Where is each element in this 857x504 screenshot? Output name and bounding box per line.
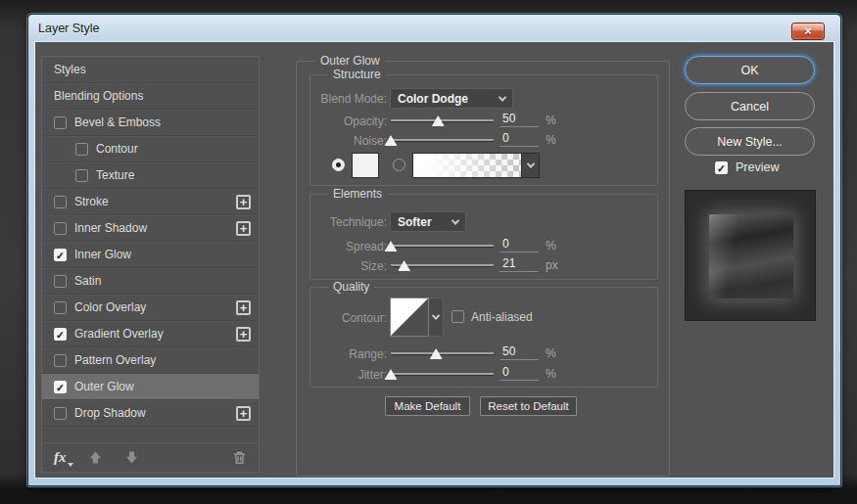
move-effect-up-button[interactable] xyxy=(88,450,103,465)
sidebar-item-pattern-overlay[interactable]: Pattern Overlay xyxy=(42,347,259,374)
outer-glow-panel: Outer Glow Structure Blend Mode: Color D… xyxy=(296,61,670,477)
sidebar-item-label: Contour xyxy=(96,142,138,156)
noise-slider[interactable] xyxy=(391,133,494,147)
styles-list: StylesBlending OptionsBevel & EmbossCont… xyxy=(42,57,259,442)
glow-color-radio[interactable] xyxy=(332,159,345,171)
noise-value[interactable]: 0 xyxy=(500,131,539,147)
close-button[interactable]: × xyxy=(791,23,825,40)
sidebar-item-color-overlay[interactable]: Color Overlay+ xyxy=(42,295,259,321)
sidebar-item-label: Gradient Overlay xyxy=(74,327,164,341)
range-label: Range: xyxy=(310,347,387,361)
effect-checkbox[interactable] xyxy=(54,407,67,420)
move-effect-down-button[interactable] xyxy=(124,450,139,465)
add-effect-instance-button[interactable]: + xyxy=(236,406,251,421)
jitter-slider[interactable] xyxy=(391,367,494,381)
size-label: Size: xyxy=(310,259,387,273)
sidebar-item-stroke[interactable]: Stroke+ xyxy=(42,189,259,215)
contour-label: Contour: xyxy=(310,311,387,325)
sidebar-item-bevel-emboss[interactable]: Bevel & Emboss xyxy=(42,110,259,136)
chevron-down-icon xyxy=(432,311,440,319)
sidebar-item-inner-glow[interactable]: ✓Inner Glow xyxy=(42,242,259,268)
effect-checkbox[interactable]: ✓ xyxy=(54,249,67,261)
effect-preview-thumbnail xyxy=(685,190,816,321)
effect-checkbox[interactable] xyxy=(54,196,67,208)
titlebar[interactable]: Layer Style × xyxy=(28,15,840,41)
sidebar-item-outer-glow[interactable]: ✓Outer Glow xyxy=(42,374,259,400)
slider-track xyxy=(391,119,494,121)
make-default-button[interactable]: Make Default xyxy=(385,396,470,416)
effect-checkbox[interactable] xyxy=(54,354,67,367)
sidebar-item-blending-options[interactable]: Blending Options xyxy=(42,83,259,110)
spread-unit: % xyxy=(546,239,556,252)
styles-sidebar: StylesBlending OptionsBevel & EmbossCont… xyxy=(41,56,260,473)
glow-color-swatch[interactable] xyxy=(352,153,379,178)
preview-checkbox[interactable]: ✓ xyxy=(715,161,728,174)
sidebar-item-styles[interactable]: Styles xyxy=(42,57,259,83)
spread-value[interactable]: 0 xyxy=(500,237,539,252)
contour-dropdown-button[interactable] xyxy=(429,298,444,337)
size-slider[interactable] xyxy=(391,258,494,272)
effect-checkbox[interactable] xyxy=(75,143,88,156)
ok-button[interactable]: OK xyxy=(685,56,815,84)
effect-checkbox[interactable] xyxy=(75,169,88,182)
blend-mode-value: Color Dodge xyxy=(398,92,468,106)
add-effect-instance-button[interactable]: + xyxy=(236,327,251,342)
anti-aliased-checkbox[interactable] xyxy=(452,310,464,323)
reset-to-default-button[interactable]: Reset to Default xyxy=(480,396,577,416)
effect-checkbox[interactable]: ✓ xyxy=(54,381,67,393)
sidebar-item-texture[interactable]: Texture xyxy=(42,162,259,189)
sidebar-item-drop-shadow[interactable]: Drop Shadow+ xyxy=(42,400,259,427)
spread-slider[interactable] xyxy=(391,239,494,252)
opacity-slider[interactable] xyxy=(391,114,494,127)
opacity-unit: % xyxy=(546,114,556,127)
sidebar-item-label: Satin xyxy=(74,274,101,288)
preview-label: Preview xyxy=(736,160,779,174)
anti-aliased-label: Anti-aliased xyxy=(471,310,533,324)
elements-legend: Elements xyxy=(328,187,387,201)
jitter-value[interactable]: 0 xyxy=(500,365,539,381)
effect-checkbox[interactable] xyxy=(54,222,67,235)
technique-value: Softer xyxy=(398,215,432,229)
sidebar-item-satin[interactable]: Satin xyxy=(42,268,259,295)
gradient-picker[interactable] xyxy=(412,153,522,178)
opacity-value[interactable]: 50 xyxy=(500,112,539,127)
contour-picker[interactable] xyxy=(390,298,429,337)
spread-label: Spread: xyxy=(310,240,387,253)
range-value[interactable]: 50 xyxy=(500,344,539,360)
gradient-dropdown-button[interactable] xyxy=(522,153,540,178)
glow-gradient-radio[interactable] xyxy=(393,159,405,171)
blend-mode-dropdown[interactable]: Color Dodge xyxy=(390,88,513,109)
effect-checkbox[interactable] xyxy=(54,301,67,314)
sidebar-item-inner-shadow[interactable]: Inner Shadow+ xyxy=(42,215,259,242)
effect-checkbox[interactable] xyxy=(54,116,67,129)
size-value[interactable]: 21 xyxy=(500,256,539,272)
noise-unit: % xyxy=(546,133,556,147)
panel-title: Outer Glow xyxy=(315,54,385,68)
opacity-label: Opacity: xyxy=(310,115,387,128)
sidebar-item-gradient-overlay[interactable]: ✓Gradient Overlay+ xyxy=(42,321,259,347)
quality-section: Quality Contour: Anti-aliased Range: 50 … xyxy=(309,287,658,388)
chevron-down-icon xyxy=(526,160,534,167)
chevron-down-icon xyxy=(499,93,506,101)
technique-dropdown[interactable]: Softer xyxy=(390,211,466,232)
sidebar-item-label: Inner Shadow xyxy=(74,221,147,235)
effect-checkbox[interactable] xyxy=(54,275,67,288)
new-style-button[interactable]: New Style... xyxy=(685,127,815,156)
dialog-content: StylesBlending OptionsBevel & EmbossCont… xyxy=(34,41,834,479)
cancel-button[interactable]: Cancel xyxy=(685,92,815,120)
effect-checkbox[interactable]: ✓ xyxy=(54,328,67,341)
add-effect-instance-button[interactable]: + xyxy=(236,195,251,209)
range-slider[interactable] xyxy=(391,346,494,360)
sidebar-item-label: Texture xyxy=(96,168,134,182)
structure-legend: Structure xyxy=(328,68,386,81)
add-effect-instance-button[interactable]: + xyxy=(236,300,251,315)
sidebar-item-label: Bevel & Emboss xyxy=(74,115,161,129)
sidebar-item-contour[interactable]: Contour xyxy=(42,136,259,162)
slider-track xyxy=(391,245,494,247)
slider-track xyxy=(391,373,494,375)
close-icon: × xyxy=(804,23,812,38)
delete-effect-button[interactable] xyxy=(232,450,247,465)
jitter-unit: % xyxy=(546,367,556,381)
fx-menu-button[interactable]: fx xyxy=(54,449,67,466)
add-effect-instance-button[interactable]: + xyxy=(236,221,251,236)
